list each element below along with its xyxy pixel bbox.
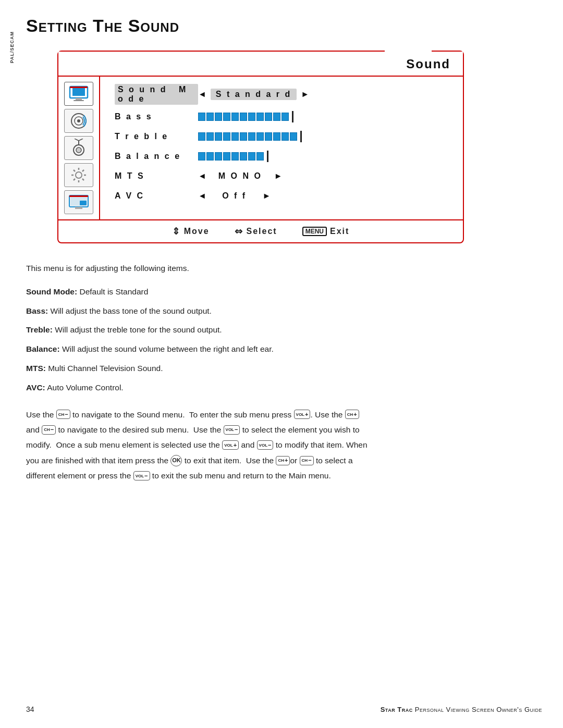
nav-select: ⇔ Select	[235, 226, 277, 237]
mts-label: M T S	[115, 171, 198, 181]
sound-mode-arrow-left: ◄	[198, 90, 206, 99]
nav-instructions: Use the CH− to navigate to the Sound men…	[26, 407, 542, 484]
desc-sound-mode: Sound Mode: Default is Standard	[26, 286, 542, 299]
vol-plus-btn-1: VOL+	[294, 410, 311, 419]
icon-gear-box	[64, 163, 93, 187]
treble-seg-3	[215, 132, 222, 141]
desc-avc: AVC: Auto Volume Control.	[26, 381, 542, 394]
balance-bar	[198, 151, 268, 162]
term-treble: Treble:	[26, 325, 53, 334]
menu-badge: MENU	[302, 227, 327, 236]
select-label: Select	[247, 227, 277, 236]
sound-mode-label: S o u n d M o d e	[115, 84, 198, 105]
mts-value-area: ◄ M O N O ►	[198, 171, 450, 181]
balance-seg-5	[231, 152, 239, 161]
ch-plus-btn-2: CH+	[276, 456, 290, 465]
svg-line-21	[74, 179, 75, 180]
term-balance: Balance:	[26, 344, 60, 353]
svg-rect-2	[70, 87, 88, 88]
bass-seg-8	[256, 113, 264, 121]
desc-balance: Balance: Will adjust the sound volume be…	[26, 343, 542, 356]
balance-seg-1	[198, 152, 205, 161]
balance-seg-4	[223, 152, 230, 161]
svg-rect-24	[80, 201, 87, 205]
move-updown-arrow: ⇕	[172, 226, 181, 237]
menu-items: S o u n d M o d e ◄ S t a n d a r d ► B …	[100, 77, 463, 219]
bass-seg-11	[282, 113, 289, 121]
bass-seg-1	[198, 113, 205, 121]
balance-bar-end	[267, 151, 268, 162]
vol-plus-btn-2: VOL+	[222, 440, 239, 450]
balance-seg-2	[206, 152, 214, 161]
svg-point-13	[76, 172, 82, 178]
treble-seg-9	[265, 132, 272, 141]
mts-value: M O N O	[211, 171, 270, 181]
treble-seg-1	[198, 132, 205, 141]
sound-mode-value-area: ◄ S t a n d a r d ►	[198, 89, 450, 100]
page-footer: 34 Star Trac Personal Viewing Screen Own…	[26, 705, 542, 713]
bass-bar	[198, 111, 293, 122]
vol-minus-btn-1: VOL−	[224, 425, 240, 435]
term-bass: Bass:	[26, 306, 48, 315]
bass-seg-10	[273, 113, 280, 121]
mts-arrow-left: ◄	[198, 171, 206, 181]
bass-seg-2	[206, 113, 214, 121]
svg-rect-4	[74, 100, 84, 101]
ok-btn: OK	[170, 455, 182, 466]
exit-label: Exit	[330, 227, 349, 236]
bass-seg-6	[240, 113, 247, 121]
treble-seg-5	[231, 132, 239, 141]
avc-arrow-right: ►	[263, 191, 271, 201]
nav-move: ⇕ Move	[172, 226, 210, 237]
menu-row-avc: A V C ◄ O f f ►	[115, 188, 450, 204]
bass-label: B a s s	[115, 112, 198, 121]
icon-audio-box	[64, 109, 93, 133]
monitor-icon	[68, 85, 89, 102]
menu-nav: ⇕ Move ⇔ Select MENU Exit	[58, 219, 463, 242]
ch-minus-btn-2: CH−	[42, 425, 56, 435]
nav-para: Use the CH− to navigate to the Sound men…	[26, 407, 542, 484]
treble-label: T r e b l e	[115, 132, 198, 141]
menu-row-balance: B a l a n c e	[115, 149, 450, 164]
avc-label: A V C	[115, 191, 198, 201]
svg-line-11	[75, 139, 79, 141]
menu-row-mts: M T S ◄ M O N O ►	[115, 168, 450, 184]
icon-antenna-box	[64, 136, 93, 160]
svg-rect-3	[76, 98, 82, 100]
treble-bar-end	[300, 131, 302, 142]
footer-page-number: 34	[26, 705, 34, 713]
term-mts: MTS:	[26, 364, 46, 373]
select-leftright-arrow: ⇔	[235, 226, 243, 237]
desc-treble: Treble: Will adjust the treble tone for …	[26, 324, 542, 337]
description-intro: This menu is for adjusting the following…	[26, 262, 542, 275]
footer-brand-desc: Personal Viewing Screen Owner's Guide	[415, 706, 542, 713]
sound-mode-value: S t a n d a r d	[211, 89, 297, 100]
balance-seg-6	[240, 152, 247, 161]
svg-point-9	[76, 147, 81, 153]
balance-seg-8	[256, 152, 264, 161]
term-avc: AVC:	[26, 383, 45, 392]
treble-seg-10	[273, 132, 280, 141]
bass-seg-5	[231, 113, 239, 121]
bass-value-area	[198, 111, 450, 122]
menu-body: S o u n d M o d e ◄ S t a n d a r d ► B …	[58, 77, 463, 219]
treble-seg-2	[206, 132, 214, 141]
mts-arrow-right: ►	[274, 171, 283, 181]
bass-seg-4	[223, 113, 230, 121]
nav-exit: MENU Exit	[302, 227, 350, 236]
treble-seg-4	[223, 132, 230, 141]
main-content: Setting The Sound Sound	[26, 16, 542, 484]
pip-icon	[68, 194, 89, 211]
svg-line-20	[82, 170, 84, 171]
desc-bass: Bass: Will adjust the bass tone of the s…	[26, 305, 542, 318]
balance-seg-3	[215, 152, 222, 161]
avc-arrow-left: ◄	[198, 191, 206, 201]
ch-minus-btn-1: CH−	[56, 410, 70, 419]
svg-rect-1	[72, 88, 85, 96]
sound-header: Sound	[58, 52, 463, 77]
menu-row-sound-mode: S o u n d M o d e ◄ S t a n d a r d ►	[115, 84, 450, 105]
treble-seg-7	[248, 132, 255, 141]
bass-bar-end	[292, 111, 293, 122]
svg-point-7	[77, 119, 80, 122]
antenna-icon	[68, 139, 89, 157]
